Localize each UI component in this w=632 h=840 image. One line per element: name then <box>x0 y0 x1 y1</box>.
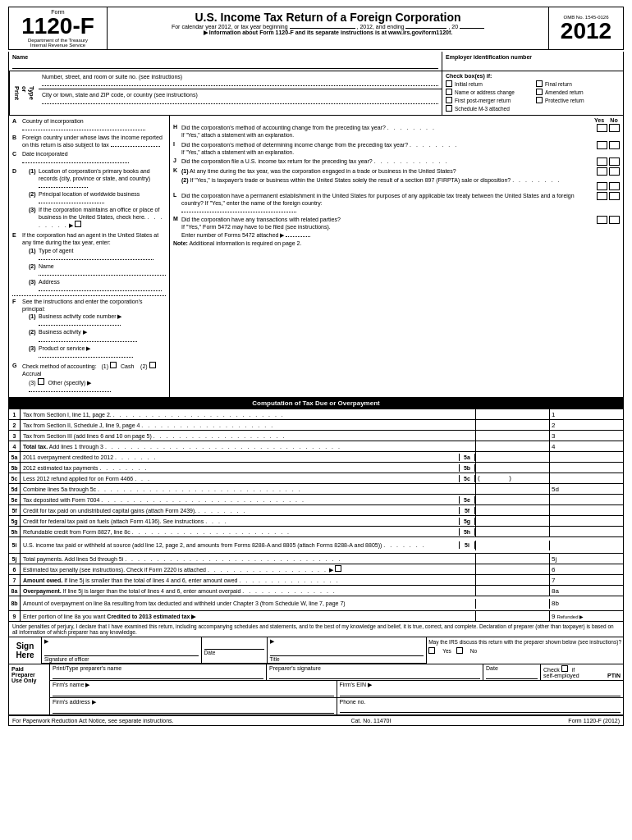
row-h-sub: If "Yes," attach a statement with an exp… <box>181 132 294 138</box>
comp-desc-6: Estimated tax penalty (see instructions)… <box>21 564 475 574</box>
comp-row-5g: 5g Credit for federal tax paid on fuels … <box>9 516 623 527</box>
row-f-content: See the instructions and enter the corpo… <box>22 298 166 360</box>
comp-total-8b: 8b <box>549 599 623 609</box>
row-k1-yes-box[interactable] <box>597 167 607 176</box>
omb-block: OMB No. 1545-0126 2012 <box>549 7 623 49</box>
row-f3-num: (3) <box>29 345 39 352</box>
comp-desc-3: Tax from Section III (add lines 6 and 10… <box>21 431 475 441</box>
row-m: M Did the corporation have any transacti… <box>173 216 620 238</box>
irs-yes-checkbox[interactable] <box>428 647 435 654</box>
irs-no-label: No <box>470 648 477 654</box>
row-l-text: Did the corporation have a permanent est… <box>181 192 594 214</box>
name-ein-row: Name Employer identification number <box>8 52 624 71</box>
comp-desc-5d: Combine lines 5a through 5c . . . . . . … <box>21 485 475 494</box>
comp-total-8a: 8a <box>549 586 623 596</box>
comp-num-4: 4 <box>9 441 21 451</box>
comp-sub-5c: 5c <box>459 475 475 482</box>
comp-amount-5d <box>475 484 549 494</box>
row-k1-no-box[interactable] <box>609 167 620 176</box>
comp-sub-5e: 5e <box>459 496 475 504</box>
row-j-yes-box[interactable] <box>597 158 607 166</box>
row-h-no-box[interactable] <box>609 124 620 132</box>
sign-penalties-text: Under penalties of perjury, I declare th… <box>9 622 623 637</box>
use-only-label: Use Only <box>11 678 47 683</box>
post-merger-checkbox[interactable] <box>446 97 452 103</box>
ein-block: Employer identification number <box>442 52 623 71</box>
footer-row: For Paperwork Reduction Act Notice, see … <box>8 716 624 726</box>
schedule-m3-checkbox[interactable] <box>446 105 452 112</box>
preparer-sig-label: Preparer's signature <box>269 665 321 671</box>
paid-section: Paid Preparer Use Only Print/Type prepar… <box>8 664 624 716</box>
note-row: Note: Additional information is required… <box>173 240 620 246</box>
comp-row-5c: 5c Less 2012 refund applied for on Form … <box>9 473 623 484</box>
comp-total-5e <box>549 495 623 504</box>
comp-amount-5g <box>475 516 549 526</box>
paid-fields-row1: Print/Type preparer's name Preparer's si… <box>50 664 623 681</box>
comp-desc-5j: Total payments. Add lines 5d through 5i … <box>21 555 475 564</box>
amended-row: Amended return <box>536 89 620 95</box>
comp-amount-8b <box>475 599 549 609</box>
comp-row-5b: 5b 2012 estimated tax payments . . . . .… <box>9 463 623 473</box>
row-e2-text: Name <box>39 262 166 277</box>
row-e2: (2) Name <box>22 262 166 277</box>
comp-num-5c: 5c <box>9 473 21 483</box>
info-link: ▶ Information about Form 1120-F and its … <box>114 30 542 36</box>
initial-return-checkbox[interactable] <box>446 80 452 87</box>
paid-label: Paid <box>11 666 47 672</box>
row-i-yes-box[interactable] <box>597 141 607 149</box>
firms-ein-field: Firm's EIN ▶ <box>337 681 624 697</box>
row-k2-no-box[interactable] <box>609 182 620 190</box>
row-l-yes-box[interactable] <box>597 192 607 200</box>
comp-amount-5b <box>475 463 549 472</box>
preparer-date-field: Date <box>483 664 541 680</box>
comp-amount-7 <box>475 575 549 585</box>
g-cash-checkbox[interactable] <box>110 362 117 368</box>
firms-address-label: Firm's address ▶ <box>53 699 96 705</box>
protective-checkbox[interactable] <box>536 97 543 103</box>
row-a-text: Country of incorporation <box>22 117 166 132</box>
final-return-checkbox[interactable] <box>536 80 543 87</box>
row-g-num2: (2) <box>140 363 148 369</box>
schedule-m3-row: Schedule M-3 attached <box>446 105 529 112</box>
print-name-field: Print/Type preparer's name <box>50 664 267 680</box>
d3-checkbox[interactable] <box>75 221 81 227</box>
comp-row-5f: 5f Credit for tax paid on undistributed … <box>9 505 623 516</box>
row-e3: (3) Address <box>22 278 166 293</box>
row-i-no-box[interactable] <box>609 141 620 149</box>
amended-label: Amended return <box>545 89 620 95</box>
comp-amount-5j <box>475 554 549 564</box>
row-i-sub: If "Yes," attach a statement with an exp… <box>181 149 294 155</box>
row-m-no-box[interactable] <box>609 216 620 224</box>
comp-desc-5a: 2011 overpayment credited to 2012 . . . … <box>21 453 459 462</box>
comp-amount-5e <box>475 495 549 504</box>
row-e3-text: Address <box>39 278 166 293</box>
row-f3-text: Product or service ▶ <box>39 345 166 359</box>
comp-row-6: 6 Estimated tax penalty (see instruction… <box>9 564 623 575</box>
g-accrual-checkbox[interactable] <box>149 362 156 368</box>
left-col: A Country of incorporation B Foreign cou… <box>9 116 170 397</box>
computation-section: 1 Tax from Section I, line 11, page 2. .… <box>8 409 624 622</box>
g-other-checkbox[interactable] <box>38 378 44 385</box>
comp-desc-5g: Credit for federal tax paid on fuels (at… <box>21 517 459 526</box>
name-change-checkbox[interactable] <box>446 89 452 95</box>
comp-row-8a: 8a Overpayment. If line 5j is larger tha… <box>9 586 623 596</box>
row-m-yes-box[interactable] <box>597 216 607 224</box>
row-d2: (2) Principal location of worldwide busi… <box>22 190 166 205</box>
sign-label: Sign <box>16 641 34 651</box>
self-employed-checkbox[interactable] <box>561 665 568 672</box>
row-h-letter: H <box>173 124 181 130</box>
amended-checkbox[interactable] <box>536 89 543 95</box>
irs-no-checkbox[interactable] <box>456 647 463 654</box>
note-text: Additional information is required on pa… <box>189 240 301 246</box>
comp-amount-5c: ( ) <box>475 473 549 483</box>
form2220-checkbox[interactable] <box>335 565 341 572</box>
note-label: Note: <box>173 240 188 246</box>
title-field: ▶ Title <box>268 637 427 663</box>
comp-total-5a <box>549 452 623 462</box>
row-h-yes-box[interactable] <box>597 124 607 132</box>
row-l-no-box[interactable] <box>609 192 620 200</box>
row-j-no-box[interactable] <box>609 158 620 166</box>
row-h-text: Did the corporation's method of accounti… <box>181 124 594 139</box>
type-address-row: TypeorPrint Number, street, and room or … <box>8 71 624 116</box>
row-k2-yes-box[interactable] <box>597 182 607 190</box>
